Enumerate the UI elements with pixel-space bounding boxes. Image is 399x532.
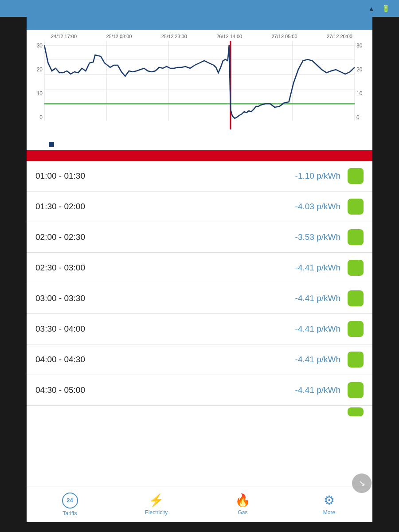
gas-icon: 🔥 [235,493,250,508]
app-container: 24/12 17:0025/12 08:0025/12 23:0026/12 1… [27,17,372,522]
tariff-indicator [348,199,364,215]
more-label: More [323,509,335,516]
tariff-value: -1.10 p/kWh [272,171,340,181]
tariff-row[interactable]: 02:00 - 02:30-3.53 p/kWh [27,222,372,253]
tariff-row[interactable]: 01:00 - 01:30-1.10 p/kWh [27,161,372,192]
gas-label: Gas [238,509,247,516]
partial-indicator [348,407,364,416]
tariff-indicator [348,290,364,306]
nav-item-gas[interactable]: 🔥 Gas [200,486,286,522]
scroll-arrow-icon: ↘ [359,478,365,488]
tariff-indicator [348,321,364,337]
tariff-value: -4.41 p/kWh [272,355,340,364]
tariff-right: -3.53 p/kWh [272,229,364,245]
tariff-row[interactable]: 02:30 - 03:00-4.41 p/kWh [27,253,372,283]
bottom-nav: 24 Tariffs ⚡ Electricity 🔥 Gas ⚙ More [27,486,372,522]
tariff-row[interactable]: 01:30 - 02:00-4.03 p/kWh [27,192,372,222]
tariff-indicator [348,352,364,368]
x-axis-label: 27/12 20:00 [327,34,352,39]
tariff-right: -1.10 p/kWh [272,168,364,184]
y-axis-right: 30 20 10 0 [355,41,368,140]
x-axis-label: 26/12 14:00 [216,34,242,39]
chart-svg [44,41,355,140]
scroll-button[interactable]: ↘ [352,473,372,493]
date-header [27,150,372,161]
wifi-icon: ▲ [368,5,375,12]
x-axis-label: 24/12 17:00 [51,34,77,39]
tariff-right: -4.41 p/kWh [272,321,364,337]
tariff-value: -4.41 p/kWh [272,324,340,334]
electricity-label: Electricity [145,509,168,516]
tariff-right: -4.41 p/kWh [272,382,364,398]
tariff-value: -3.53 p/kWh [272,232,340,242]
tariff-value: -4.03 p/kWh [272,202,340,211]
tariff-time: 01:00 - 01:30 [35,171,124,181]
tariff-indicator [348,229,364,245]
tariff-row[interactable]: 03:30 - 04:00-4.41 p/kWh [27,314,372,344]
tariffs-icon: 24 [62,493,78,509]
battery-icon: 🔋 [382,4,390,12]
x-axis-label: 25/12 23:00 [161,34,187,39]
tariff-time: 01:30 - 02:00 [35,202,124,211]
tariff-time: 02:30 - 03:00 [35,263,124,273]
tariff-indicator [348,260,364,276]
tariff-right: -4.03 p/kWh [272,199,364,215]
tariff-value: -4.41 p/kWh [272,263,340,273]
tariff-time: 03:30 - 04:00 [35,324,124,334]
electricity-icon: ⚡ [149,493,164,508]
tariffs-label: Tariffs [63,510,77,516]
legend-color-swatch [49,142,54,147]
tariff-time: 02:00 - 02:30 [35,232,124,242]
tariff-row[interactable]: 03:00 - 03:30-4.41 p/kWh [27,283,372,314]
status-bar: ▲ 🔋 [0,0,399,17]
status-indicators: ▲ 🔋 [368,4,390,12]
tariff-right: -4.41 p/kWh [272,352,364,368]
tariff-time: 04:30 - 05:00 [35,385,124,395]
y-axis-left: 30 20 10 0 [31,41,44,140]
tariff-time: 03:00 - 03:30 [35,293,124,303]
chart-wrapper: 30 20 10 0 [31,41,368,140]
tariff-time: 04:00 - 04:30 [35,355,124,364]
partial-indicator-row [27,406,372,418]
chart-legend [31,140,368,147]
tariff-right: -4.41 p/kWh [272,290,364,306]
tariff-value: -4.41 p/kWh [272,385,340,395]
tariff-indicator [348,382,364,398]
gear-icon: ⚙ [324,493,335,508]
app-header [27,17,372,30]
tariff-right: -4.41 p/kWh [272,260,364,276]
tariff-indicator [348,168,364,184]
tariff-value: -4.41 p/kWh [272,293,340,303]
x-axis-label: 25/12 08:00 [106,34,132,39]
tariff-list[interactable]: 01:00 - 01:30-1.10 p/kWh01:30 - 02:00-4.… [27,161,372,486]
nav-item-electricity[interactable]: ⚡ Electricity [113,486,200,522]
chart-x-axis: 24/12 17:0025/12 08:0025/12 23:0026/12 1… [31,34,368,39]
tariff-row[interactable]: 04:00 - 04:30-4.41 p/kWh [27,344,372,375]
chart-container: 24/12 17:0025/12 08:0025/12 23:0026/12 1… [27,30,372,150]
x-axis-label: 27/12 05:00 [272,34,297,39]
tariff-row[interactable]: 04:30 - 05:00-4.41 p/kWh [27,375,372,406]
nav-item-tariffs[interactable]: 24 Tariffs [27,486,113,522]
